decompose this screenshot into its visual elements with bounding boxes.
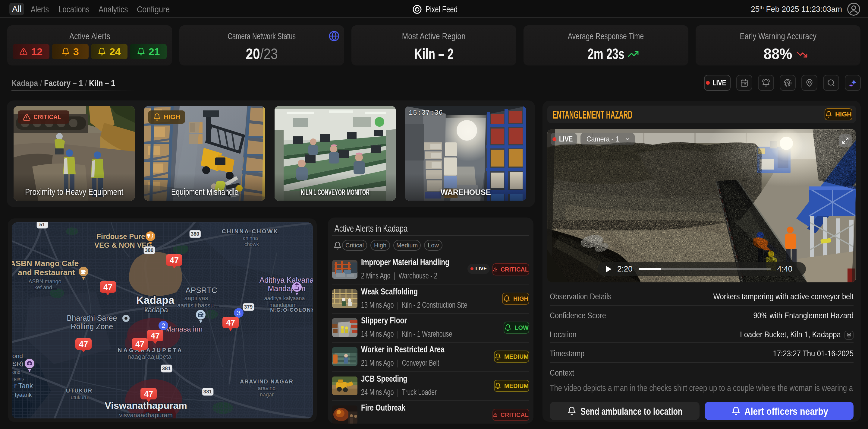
svg-text:47: 47 (103, 283, 113, 292)
svg-text:ASBN Mango Cafe: ASBN Mango Cafe (12, 259, 79, 268)
svg-text:CHINNA CHOWK: CHINNA CHOWK (222, 228, 278, 234)
svg-text:Bharathi Saree: Bharathi Saree (67, 314, 117, 322)
svg-text:Manasa inn: Manasa inn (165, 325, 203, 333)
svg-text:chinna: chinna (243, 235, 258, 241)
svg-text:Firdouse Pure: Firdouse Pure (96, 232, 145, 240)
svg-text:naagaraajupeta: naagaraajupeta (127, 353, 172, 360)
svg-text:APSRTC: APSRTC (186, 286, 217, 295)
svg-text:47: 47 (79, 340, 88, 349)
svg-text:and Restaurant: and Restaurant (18, 268, 75, 277)
svg-text:ond: ond (12, 352, 23, 359)
svg-text:2: 2 (161, 322, 165, 330)
svg-text:NAGARAJUPETA: NAGARAJUPETA (118, 347, 183, 353)
svg-text:Kadapa: Kadapa (136, 294, 175, 306)
svg-text:47: 47 (135, 340, 144, 349)
svg-text:aaditya kalyaana: aaditya kalyaana (264, 295, 305, 302)
svg-text:381: 381 (204, 389, 212, 395)
svg-text:51: 51 (39, 222, 45, 227)
svg-text:aapii yas: aapii yas (184, 295, 208, 302)
svg-text:47: 47 (226, 318, 235, 327)
svg-text:tyaank: tyaank (15, 392, 32, 398)
svg-text:r Tank: r Tank (14, 382, 33, 390)
svg-text:379: 379 (244, 304, 253, 310)
svg-text:3: 3 (237, 309, 241, 317)
svg-text:Rolling Zone: Rolling Zone (71, 322, 113, 331)
svg-text:aravind: aravind (258, 385, 276, 391)
svg-text:N.G.O COLONY: N.G.O COLONY (270, 307, 313, 313)
svg-text:380: 380 (145, 248, 153, 253)
svg-text:ASBN mango: ASBN mango (28, 279, 61, 285)
svg-text:rjains: rjains (12, 376, 24, 381)
svg-text:381: 381 (162, 366, 170, 371)
svg-text:VEG & NON VEG: VEG & NON VEG (94, 241, 152, 249)
svg-text:kadapa: kadapa (144, 306, 168, 314)
svg-text:47: 47 (144, 390, 153, 399)
svg-text:380: 380 (191, 231, 199, 237)
svg-text:Viswanathapuram: Viswanathapuram (104, 400, 187, 411)
svg-text:utukuru: utukuru (71, 395, 88, 400)
svg-text:ARAVIND NAGAR: ARAVIND NAGAR (240, 379, 293, 385)
svg-text:Adithya Kalyana: Adithya Kalyana (259, 276, 313, 284)
svg-text:UTUKUR: UTUKUR (66, 388, 93, 394)
svg-text:chowk: chowk (244, 241, 259, 247)
svg-text:visvanaadhapuram: visvanaadhapuram (119, 411, 173, 419)
svg-text:aartiisii bassu...: aartiisii bassu... (177, 302, 219, 309)
svg-text:kef and...: kef and... (34, 285, 57, 290)
svg-text:47: 47 (170, 256, 179, 265)
svg-text:47: 47 (151, 331, 160, 340)
svg-text:SR): SR) (12, 360, 23, 367)
svg-text:ond: ond (12, 370, 21, 375)
svg-text:nagar: nagar (260, 392, 274, 398)
